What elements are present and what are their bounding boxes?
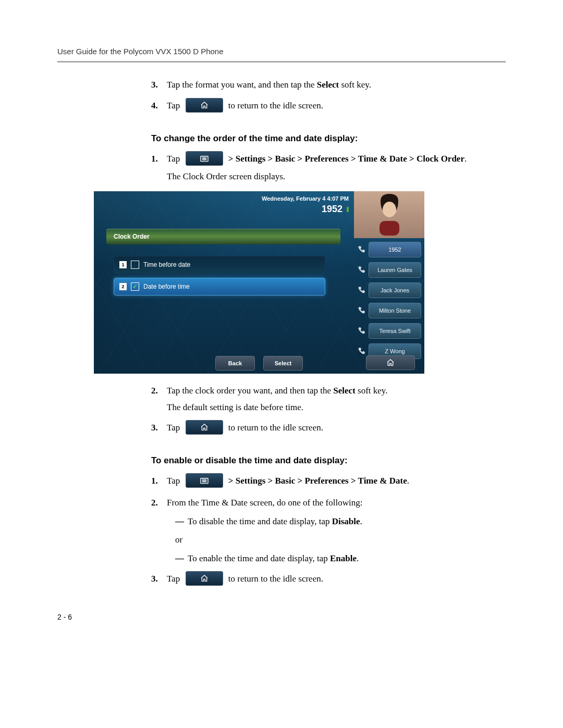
dash-icon: — [175,515,184,528]
datetime-label: Wednesday, February 4 4:07 PM [262,195,349,202]
menu-softkey-icon [186,473,223,488]
contact-entry[interactable]: Teresa Swift [354,322,424,340]
step-number: 3. [151,572,158,586]
step-4: 4. Tap to return to the idle screen. [151,99,490,114]
step-number: 4. [151,99,158,113]
step-number: 2. [151,384,158,398]
step-text: To disable the time and date display, ta… [188,516,332,526]
step-number: 1. [151,152,158,166]
section-heading-change-order: To change the order of the time and date… [151,133,490,144]
step-text: soft key. [356,386,388,396]
step-text: Tap [167,101,182,110]
contact-label: Teresa Swift [369,323,421,339]
dash-icon: — [175,552,184,565]
handset-icon [354,327,369,335]
contact-entry[interactable]: Jack Jones [354,281,424,299]
home-softkey-icon [186,571,223,586]
screen-title: Clock Order [106,229,340,244]
step-subtext: The default setting is date before time. [167,401,490,414]
step-text: Tap [167,423,182,433]
extension-label: 1952 [322,204,349,215]
handset-icon [354,286,369,294]
handset-icon [354,266,369,274]
softkey-back[interactable]: Back [215,356,255,371]
nav-path: > Settings > Basic > Preferences > Time … [228,154,464,164]
step-text: to return to the idle screen. [228,101,323,110]
contact-entry[interactable]: 1952 [354,241,424,258]
contact-label: Jack Jones [369,282,421,298]
step-number: 3. [151,421,158,435]
step-text: soft key. [339,80,371,90]
option-time-before-date[interactable]: 1 Time before date [114,256,325,274]
option-number: 2 [119,283,127,290]
section-heading-enable-disable: To enable or disable the time and date d… [151,455,490,466]
page-header: User Guide for the Polycom VVX 1500 D Ph… [57,47,506,63]
step-text: Tap [167,154,182,164]
option-checkbox-icon [131,261,139,269]
step-text: . [464,154,467,164]
contact-label: 1952 [369,242,421,257]
option-label: Time before date [143,261,190,268]
step-text: To enable the time and date display, tap [188,553,330,563]
presence-indicator-icon [347,207,349,212]
menu-softkey-icon [186,151,223,166]
handset-icon [354,306,369,315]
bold-select: Select [317,80,339,90]
nav-path: > Settings > Basic > Preferences > Time … [228,476,407,486]
step-text: . [407,476,409,486]
phone-screenshot: Wednesday, February 4 4:07 PM 1952 Clock… [94,191,424,374]
step-1: 1. Tap > Settings > Basic > Preferences … [151,152,490,183]
step-text: to return to the idle screen. [228,423,323,433]
contact-label: Lauren Gates [369,262,421,278]
option-date-before-time[interactable]: 2 ✓ Date before time [114,278,325,295]
option-number: 1 [119,261,127,268]
home-softkey-icon [186,98,223,113]
step-text: Tap the clock order you want, and then t… [167,386,333,396]
step-2: 2. From the Time & Date screen, do one o… [151,496,490,565]
step-text: Tap [167,574,182,584]
svg-point-5 [383,202,396,217]
step-3: 3. Tap to return to the idle screen. [151,421,490,436]
svg-rect-6 [380,221,399,236]
bold-disable: Disable [332,516,360,526]
step-text: to return to the idle screen. [228,574,323,584]
sub-option-disable: — To disable the time and date display, … [167,515,490,528]
step-text: . [357,553,359,563]
step-2: 2. Tap the clock order you want, and the… [151,384,490,414]
step-text: . [360,516,362,526]
home-softkey-icon [186,420,223,435]
step-text: Tap [167,476,182,486]
step-number: 1. [151,474,158,488]
option-checkbox-icon: ✓ [131,282,139,291]
softkey-home[interactable] [366,355,415,370]
contact-entry[interactable]: Lauren Gates [354,261,424,279]
softkey-select[interactable]: Select [263,356,303,371]
step-3: 3. Tap the format you want, and then tap… [151,78,490,92]
or-separator: or [167,533,490,547]
bold-select: Select [333,386,355,396]
contact-label: Milton Stone [369,303,421,318]
step-number: 2. [151,496,158,510]
contact-entry[interactable]: Milton Stone [354,302,424,319]
step-text: Tap the format you want, and then tap th… [167,80,317,90]
step-1: 1. Tap > Settings > Basic > Preferences … [151,474,490,489]
option-label: Date before time [143,283,190,290]
sub-option-enable: — To enable the time and date display, t… [167,552,490,565]
step-3: 3. Tap to return to the idle screen. [151,572,490,587]
step-subtext: The Clock Order screen displays. [167,170,490,183]
handset-icon [354,245,369,254]
page-number: 2 - 6 [57,613,506,621]
step-number: 3. [151,78,158,92]
step-text: From the Time & Date screen, do one of t… [167,498,362,508]
user-avatar [354,191,424,238]
bold-enable: Enable [330,553,357,563]
contacts-panel: 1952 Lauren Gates Jack Jones Milton Ston… [354,238,424,360]
